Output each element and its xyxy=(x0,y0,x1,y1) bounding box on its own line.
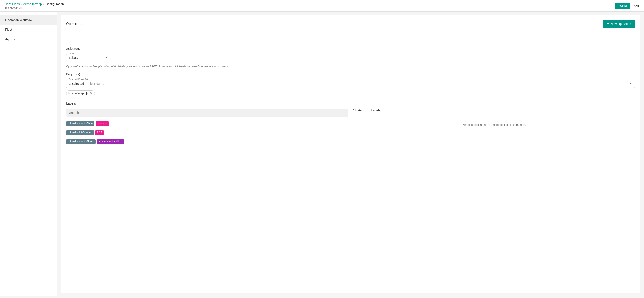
empty-cluster-message: Please select labels to see matching clu… xyxy=(353,114,635,135)
breadcrumb-root[interactable]: Fleet Plans xyxy=(4,2,20,6)
selected-count: 1 Selected xyxy=(69,82,84,85)
operations-title: Operations xyxy=(66,22,83,26)
labels-right-panel: Cluster Labels Please select labels to s… xyxy=(353,109,635,146)
label-val-1: aws-eks xyxy=(96,121,109,126)
breadcrumb: Fleet Plans › demo-form-fp › Configurati… xyxy=(4,2,64,6)
breadcrumb-area: Fleet Plans › demo-form-fp › Configurati… xyxy=(4,2,64,9)
main-content: Operations + New Operation Selectors Typ… xyxy=(60,15,640,293)
chip-close-icon[interactable]: ✕ xyxy=(90,92,92,95)
breadcrumb-sep1: › xyxy=(21,2,22,6)
right-panel-header: Cluster Labels xyxy=(353,109,635,114)
label-row: rafay.dev/k8sVersion 1.25 xyxy=(66,128,348,137)
projects-section: Project(s) Selected Project(s) 1 Selecte… xyxy=(66,72,635,96)
chip-label: kalyanfleetproj4 xyxy=(68,92,88,95)
selector-helper-text: If you wish to run your fleet plan with … xyxy=(66,65,635,68)
sidebar: Operation Workflow Fleet Agents xyxy=(0,12,57,297)
sidebar-item-operation-workflow[interactable]: Operation Workflow xyxy=(0,15,57,25)
project-name-placeholder: Project Name xyxy=(86,82,104,85)
cluster-col-header: Cluster xyxy=(353,109,362,112)
label-key-3: rafay.dev/clusterName xyxy=(66,139,96,144)
label-tags-3: rafay.dev/clusterName kalyan-cluster-k8s… xyxy=(66,139,124,144)
label-val-3: kalyan-cluster-k8s... xyxy=(97,139,124,144)
header-actions: FORM YAML xyxy=(615,3,640,9)
selected-projects-label: Selected Project(s) xyxy=(68,78,88,80)
labels-col-header: Labels xyxy=(372,109,380,112)
label-val-2: 1.25 xyxy=(95,130,104,135)
plus-icon: + xyxy=(607,21,609,26)
labels-title: Labels xyxy=(66,101,635,105)
dropdown-arrow-right-icon: ▼ xyxy=(630,82,632,85)
operations-header: Operations + New Operation xyxy=(61,15,640,32)
yaml-button[interactable]: YAML xyxy=(632,4,640,7)
breadcrumb-subtitle: Edit Fleet Plan xyxy=(4,6,64,9)
label-tags-2: rafay.dev/k8sVersion 1.25 xyxy=(66,130,104,135)
search-input-wrapper[interactable] xyxy=(66,109,348,117)
label-row: rafay.dev/clusterName kalyan-cluster-k8s… xyxy=(66,137,348,146)
labels-search-input[interactable] xyxy=(69,111,345,114)
layout: Operation Workflow Fleet Agents Operatio… xyxy=(0,12,644,297)
breadcrumb-sep2: › xyxy=(43,2,44,6)
sidebar-item-agents[interactable]: Agents xyxy=(0,34,57,44)
selected-projects-field[interactable]: Selected Project(s) 1 Selected Project N… xyxy=(66,80,635,88)
labels-grid: rafay.dev/clusterType aws-eks rafay.dev/… xyxy=(66,109,635,146)
label-key-1: rafay.dev/clusterType xyxy=(66,121,94,126)
type-value: Labels xyxy=(69,56,78,59)
dropdown-arrow-icon: ▼ xyxy=(105,56,108,59)
content-area: Selectors Type Labels ▼ If you wish to r… xyxy=(61,41,640,151)
divider-1 xyxy=(61,37,640,37)
selectors-section: Selectors Type Labels ▼ If you wish to r… xyxy=(66,47,635,68)
breadcrumb-project[interactable]: demo-form-fp xyxy=(24,2,42,6)
type-select[interactable]: Type Labels ▼ xyxy=(66,54,110,61)
label-checkbox-2[interactable] xyxy=(345,131,348,134)
label-row: rafay.dev/clusterType aws-eks xyxy=(66,119,348,128)
new-operation-button[interactable]: + New Operation xyxy=(603,20,635,28)
labels-section: Labels rafay.dev/clusterType aws-eks xyxy=(66,101,635,146)
type-field-group: Type Labels ▼ xyxy=(66,54,635,61)
form-button[interactable]: FORM xyxy=(615,3,630,9)
label-checkbox-3[interactable] xyxy=(345,140,348,143)
label-checkbox-1[interactable] xyxy=(345,122,348,125)
new-operation-label: New Operation xyxy=(611,22,631,26)
selectors-title: Selectors xyxy=(66,47,635,50)
label-tags-1: rafay.dev/clusterType aws-eks xyxy=(66,121,109,126)
label-key-2: rafay.dev/k8sVersion xyxy=(66,130,94,135)
sidebar-item-fleet[interactable]: Fleet xyxy=(0,25,57,34)
labels-left: rafay.dev/clusterType aws-eks rafay.dev/… xyxy=(66,109,348,146)
breadcrumb-current: Configuration xyxy=(46,2,64,6)
header: Fleet Plans › demo-form-fp › Configurati… xyxy=(0,0,644,12)
type-label: Type xyxy=(68,52,75,55)
projects-title: Project(s) xyxy=(66,72,635,76)
project-chip: kalyanfleetproj4 ✕ xyxy=(66,91,95,96)
